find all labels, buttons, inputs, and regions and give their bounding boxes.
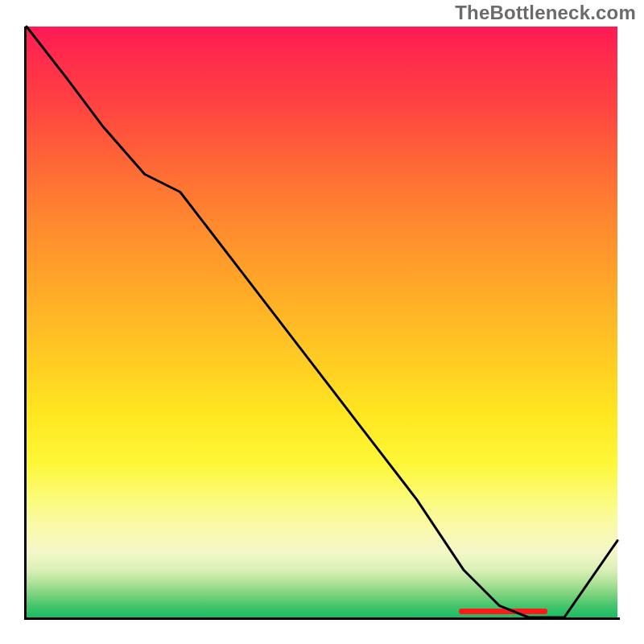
chart-canvas: TheBottleneck.com (0, 0, 644, 644)
watermark-text: TheBottleneck.com (455, 2, 636, 24)
x-axis-line (24, 617, 620, 620)
highlight-band (459, 609, 547, 614)
y-axis-line (24, 27, 27, 620)
plot-background (27, 27, 617, 617)
